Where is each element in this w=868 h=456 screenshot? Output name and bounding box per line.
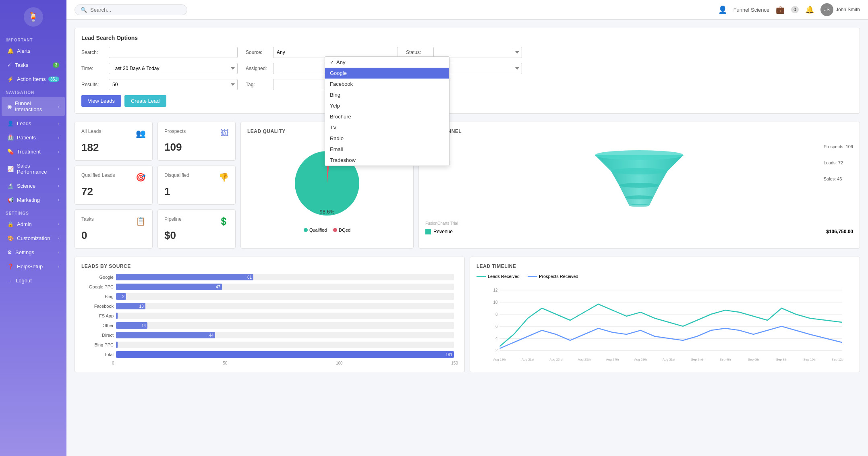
bar-label: Bing PPC: [85, 342, 114, 347]
dropdown-item-email[interactable]: Email: [325, 144, 449, 155]
svg-text:4: 4: [495, 336, 498, 341]
dropdown-item-yelp[interactable]: Yelp: [325, 100, 449, 111]
chevron-right-icon: ›: [58, 184, 59, 188]
sidebar-item-logout[interactable]: → Logout: [2, 274, 65, 287]
funnel-svg: [587, 147, 692, 211]
stat-value: 1: [164, 185, 229, 198]
bar-label: Other: [85, 323, 114, 328]
revenue-color-box: [425, 229, 431, 234]
sidebar-item-marketing[interactable]: 📢 Marketing ›: [2, 193, 65, 207]
treatment-icon: 💊: [7, 149, 14, 155]
search-input[interactable]: [90, 7, 181, 13]
dropdown-item-facebook[interactable]: Facebook: [325, 79, 449, 89]
bar-track: 47: [116, 284, 454, 290]
dropdown-item-brochure[interactable]: Brochure: [325, 111, 449, 122]
view-leads-button[interactable]: View Leads: [81, 95, 121, 107]
time-select[interactable]: Last 30 Days & Today: [109, 63, 238, 74]
results-select[interactable]: 50: [109, 79, 238, 90]
admin-icon: 🔒: [7, 221, 14, 227]
svg-text:6: 6: [495, 324, 498, 329]
prospects-received-label: Prospects Received: [539, 274, 578, 279]
all-leads-icon: 👥: [136, 129, 146, 138]
important-section-label: IMPORTANT: [0, 34, 66, 44]
sidebar-item-label: Patients: [17, 135, 36, 141]
svg-point-4: [625, 195, 653, 199]
bar-chart: Google61Google PPC47Bing2Facebook13FS Ap…: [81, 274, 458, 358]
bar-row: Google PPC47: [85, 284, 454, 290]
dropdown-item-tradeshow[interactable]: Tradeshow: [325, 155, 449, 166]
sidebar-item-patients[interactable]: 🏥 Patients ›: [2, 131, 65, 144]
sidebar-item-help[interactable]: ❓ Help/Setup ›: [2, 260, 65, 273]
chevron-right-icon: ›: [58, 250, 59, 255]
sidebar-item-funnel-interactions[interactable]: ◉ Funnel Interactions ›: [2, 97, 65, 116]
user-profile[interactable]: JS John Smith: [820, 3, 860, 16]
stat-card-prospects: Prospects 🖼 109: [157, 122, 236, 161]
bar-row: Total181: [85, 351, 454, 358]
sidebar-item-treatment[interactable]: 💊 Treatment ›: [2, 145, 65, 158]
bar-track: 181: [116, 351, 454, 358]
status-label: Status:: [406, 50, 430, 55]
bar-track: 2: [116, 293, 454, 300]
sidebar-item-settings[interactable]: ⚙ Settings ›: [2, 246, 65, 259]
chevron-right-icon: ›: [58, 167, 59, 171]
tasks-badge: 3: [53, 62, 59, 68]
dropdown-item-label: Email: [330, 146, 343, 152]
revenue-row: Revenue $106,750.00: [425, 229, 853, 234]
source-label: Source:: [246, 50, 270, 55]
main-content: 🔍 👤 Funnel Science 💼 0 🔔 JS John Smith L…: [66, 0, 868, 456]
dqed-legend: DQed: [333, 228, 350, 232]
create-lead-button[interactable]: Create Lead: [124, 95, 166, 107]
svg-text:Sep 10th: Sep 10th: [803, 358, 816, 361]
revenue-value: $106,750.00: [826, 229, 853, 234]
chevron-right-icon: ›: [58, 264, 59, 269]
bar-track: 61: [116, 274, 454, 280]
sidebar-item-tasks[interactable]: ✓ Tasks 3: [2, 58, 65, 72]
sidebar-item-label: Logout: [16, 278, 32, 284]
chevron-right-icon: ›: [58, 149, 59, 154]
leads-by-source-card: LEADS BY SOURCE Google61Google PPC47Bing…: [75, 257, 465, 372]
dropdown-item-label: Brochure: [330, 114, 351, 120]
sidebar-item-label: Help/Setup: [17, 263, 43, 269]
bar-track: 13: [116, 303, 454, 309]
sidebar-item-action-items[interactable]: ⚡ Action Items 851: [2, 73, 65, 86]
dropdown-item-label: Radio: [330, 135, 344, 141]
stat-value: 182: [81, 141, 146, 154]
action-items-icon: ⚡: [7, 76, 14, 82]
dropdown-item-google[interactable]: Google: [325, 68, 449, 79]
bar-track: 14: [116, 322, 454, 329]
help-icon: ❓: [7, 263, 14, 269]
sidebar-item-alerts[interactable]: 🔔 Alerts: [2, 44, 65, 58]
bar-row: Other14: [85, 322, 454, 329]
bar-value: 14: [141, 323, 146, 328]
stats-grid: All Leads 👥 182 Prospects 🖼 109: [75, 122, 236, 249]
svg-text:Aug 21st: Aug 21st: [522, 358, 534, 361]
form-row-3: Results: 50 Tag: Show DQed:: [81, 79, 853, 90]
sidebar-item-science[interactable]: 🔬 Science ›: [2, 179, 65, 193]
lead-funnel-card: LEAD FUNNEL: [418, 122, 860, 249]
bar-value: 44: [209, 333, 213, 338]
sidebar-item-leads[interactable]: 👤 Leads ›: [2, 117, 65, 130]
qualified-legend: Qualified: [304, 228, 327, 232]
chevron-right-icon: ›: [58, 236, 59, 240]
dropdown-item-any[interactable]: ✓ Any: [325, 57, 449, 68]
sidebar-item-customization[interactable]: 🎨 Customization ›: [2, 232, 65, 245]
leads-received-legend: Leads Received: [476, 274, 520, 279]
funnel-labels: Prospects: 109 Leads: 72 Sales: 46: [824, 143, 853, 183]
dropdown-item-radio[interactable]: Radio: [325, 133, 449, 144]
search-box[interactable]: 🔍: [75, 4, 187, 15]
assigned-label: Assigned:: [246, 66, 270, 71]
sidebar-item-sales-performance[interactable]: 📈 Sales Performance ›: [2, 159, 65, 178]
search-input-field[interactable]: [109, 47, 238, 58]
alerts-icon: 🔔: [7, 48, 14, 54]
dropdown-item-tv[interactable]: TV: [325, 122, 449, 133]
tag-label: Tag:: [246, 82, 270, 87]
stat-card-all-leads: All Leads 👥 182: [75, 122, 153, 161]
dropdown-item-bing[interactable]: Bing: [325, 89, 449, 100]
stat-value: 109: [164, 141, 229, 153]
bar-value: 47: [216, 285, 220, 289]
dropdown-item-label: Yelp: [330, 103, 340, 109]
sidebar-item-admin[interactable]: 🔒 Admin ›: [2, 218, 65, 231]
disqualified-icon: 👎: [219, 172, 229, 182]
tasks-stat-icon: 📋: [136, 216, 146, 226]
sidebar-item-label: Marketing: [17, 197, 40, 203]
